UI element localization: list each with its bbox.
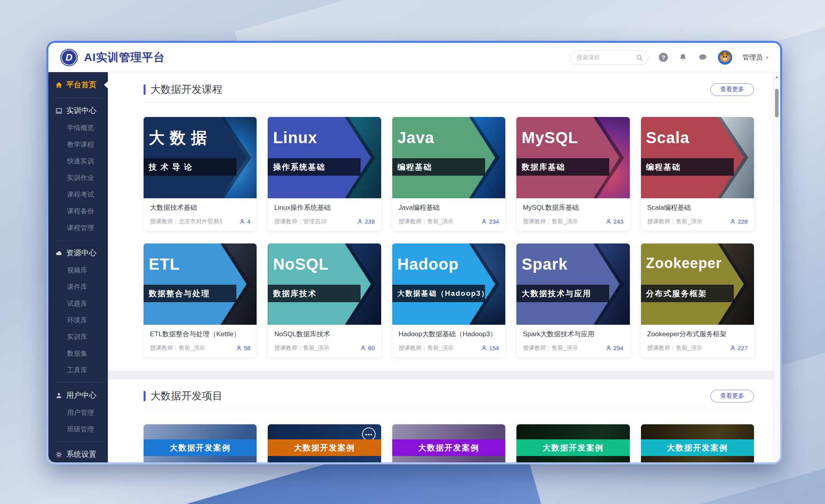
cover-title: ETL <box>149 256 180 272</box>
project-cover: ••• 大数据开发案例 <box>268 424 381 462</box>
course-card[interactable]: Hadoop 大数据基础（Hadoop3） Hadoop大数据基础（Hadoop… <box>392 243 505 357</box>
cover-subtitle: 编程基础 <box>646 162 681 172</box>
project-card[interactable]: 大数据开发案例 <box>144 424 257 462</box>
course-teacher: 授课教师：北京市对外贸易学校教... <box>150 218 222 225</box>
sidebar-item-system-settings[interactable]: 系统设置 <box>48 446 108 462</box>
sidebar-item-video-library[interactable]: 视频库 <box>48 262 108 278</box>
sidebar-group-resource-center[interactable]: 资源中心 <box>48 244 108 262</box>
course-student-count: 227 <box>730 345 748 351</box>
cover-subtitle-band: 大数据技术与应用 <box>516 285 609 302</box>
project-card[interactable]: 大数据开发案例 <box>641 424 754 462</box>
cover-title: Hadoop <box>397 256 459 272</box>
project-banner: 大数据开发案例 <box>144 439 257 456</box>
sidebar-item-class-management[interactable]: 班级管理 <box>48 421 108 437</box>
course-student-count: 60 <box>360 345 375 351</box>
sidebar-item-home[interactable]: 平台首页 <box>48 76 108 94</box>
course-teacher: 授课教师：售前_演示 <box>274 344 329 352</box>
sidebar-item-course-management[interactable]: 课程管理 <box>48 219 108 236</box>
section-title-text: 大数据开发项目 <box>150 389 223 403</box>
sidebar-item-user-management[interactable]: 用户管理 <box>48 404 108 421</box>
sidebar-group-training-center[interactable]: 实训中心 <box>48 102 108 119</box>
project-cover: 大数据开发案例 <box>392 424 505 462</box>
sidebar-item-courseware-library[interactable]: 课件库 <box>48 278 108 295</box>
sidebar-item-learning-overview[interactable]: 学情概览 <box>48 119 108 136</box>
active-item-notch <box>104 81 108 88</box>
help-icon[interactable]: ? <box>659 53 668 62</box>
project-card[interactable]: 大数据开发案例 <box>516 424 629 462</box>
cover-subtitle: 技 术 导 论 <box>149 162 193 172</box>
sidebar-item-course-backup[interactable]: 课程备份 <box>48 203 108 219</box>
person-icon <box>481 345 487 351</box>
project-banner: 大数据开发案例 <box>641 439 754 456</box>
view-more-button[interactable]: 查看更多 <box>710 83 754 96</box>
course-title: MySQL数据库基础 <box>523 203 623 212</box>
person-icon <box>236 345 242 351</box>
course-card[interactable]: MySQL 数据库基础 MySQL数据库基础 授课教师：售前_演示 243 <box>516 117 629 231</box>
course-card[interactable]: Linux 操作系统基础 Linux操作系统基础 授课教师：管理员10 239 <box>268 117 381 231</box>
project-cover: 大数据开发案例 <box>516 424 629 462</box>
app-header: D AI实训管理平台 ? 管理员 ▾ <box>48 43 780 72</box>
cover-subtitle-band: 编程基础 <box>392 158 485 176</box>
scrollbar-thumb[interactable] <box>775 89 779 117</box>
sidebar-group-user-center[interactable]: 用户中心 <box>48 387 108 404</box>
course-card[interactable]: 大 数 据 技 术 导 论 大数据技术基础 授课教师：北京市对外贸易学校教...… <box>144 117 257 231</box>
cover-subtitle: 数据库基础 <box>522 162 565 172</box>
view-more-button[interactable]: 查看更多 <box>710 390 754 402</box>
section-title: 大数据开发项目 <box>144 389 223 403</box>
sidebar-divider <box>54 441 102 442</box>
user-icon <box>55 391 63 399</box>
sidebar-item-tool-library[interactable]: 工具库 <box>48 362 108 378</box>
project-cover: 大数据开发案例 <box>641 424 754 462</box>
project-banner-label: 大数据开发案例 <box>418 443 479 453</box>
sidebar-item-training-homework[interactable]: 实训作业 <box>48 169 108 186</box>
app-window: D AI实训管理平台 ? 管理员 ▾ <box>48 43 780 462</box>
course-title: ETL数据整合与处理（Kettle） <box>150 330 250 339</box>
user-avatar[interactable] <box>718 50 732 65</box>
search-input[interactable] <box>576 54 633 61</box>
sidebar-item-course-exam[interactable]: 课程考试 <box>48 186 108 203</box>
notifications-bell-icon[interactable] <box>678 53 688 62</box>
sidebar: 平台首页 实训中心 学情概览 教学课程 快速实训 实训作业 课程考试 课程备份 … <box>48 72 108 462</box>
course-title: Spark大数据技术与应用 <box>523 330 623 339</box>
person-icon <box>481 218 487 224</box>
project-card[interactable]: 大数据开发案例 <box>392 424 505 462</box>
course-card[interactable]: Zookeeper 分布式服务框架 Zookeeper分布式服务框架 授课教师：… <box>641 243 754 357</box>
home-icon <box>55 81 63 89</box>
scroll-up-arrow[interactable]: ▲ <box>773 75 780 79</box>
person-icon <box>360 345 366 351</box>
person-icon <box>357 218 363 224</box>
course-card[interactable]: Scala 编程基础 Scala编程基础 授课教师：售前_演示 228 <box>641 117 754 231</box>
sidebar-item-question-library[interactable]: 试题库 <box>48 295 108 312</box>
section-divider <box>144 409 754 409</box>
main-content: 大数据开发课程 查看更多 大 数 据 技 术 导 论 <box>108 72 780 462</box>
scrollbar[interactable]: ▲ <box>773 72 780 462</box>
sidebar-item-training-library[interactable]: 实训库 <box>48 328 108 345</box>
search-icon[interactable] <box>636 54 643 61</box>
sidebar-item-environment-library[interactable]: 环境库 <box>48 312 108 328</box>
search-box[interactable] <box>570 50 648 65</box>
project-banner-label: 大数据开发案例 <box>170 443 231 453</box>
messages-chat-icon[interactable] <box>698 53 708 62</box>
course-card[interactable]: Java 编程基础 Java编程基础 授课教师：售前_演示 234 <box>392 117 505 231</box>
projects-section-header: 大数据开发项目 查看更多 <box>144 379 754 403</box>
project-banner: 大数据开发案例 <box>392 439 505 456</box>
sidebar-item-teaching-courses[interactable]: 教学课程 <box>48 136 108 153</box>
course-cover: NoSQL 数据库技术 <box>268 243 381 325</box>
sidebar-item-quick-training[interactable]: 快速实训 <box>48 153 108 169</box>
project-card[interactable]: ••• 大数据开发案例 <box>268 424 381 462</box>
sidebar-group-label: 用户中心 <box>66 390 96 401</box>
cover-subtitle-band: 大数据基础（Hadoop3） <box>392 285 485 302</box>
course-card[interactable]: Spark 大数据技术与应用 Spark大数据技术与应用 授课教师：售前_演示 … <box>516 243 629 357</box>
course-card[interactable]: ETL 数据整合与处理 ETL数据整合与处理（Kettle） 授课教师：售前_演… <box>144 243 257 357</box>
cover-title: Linux <box>273 130 317 146</box>
cover-subtitle: 分布式服务框架 <box>646 288 707 299</box>
monitor-icon <box>55 107 63 115</box>
gear-icon <box>55 450 63 458</box>
course-title: Java编程基础 <box>399 203 499 212</box>
sidebar-item-dataset[interactable]: 数据集 <box>48 345 108 362</box>
course-card[interactable]: NoSQL 数据库技术 NoSQL数据库技术 授课教师：售前_演示 60 <box>268 243 381 357</box>
user-menu[interactable]: 管理员 ▾ <box>742 53 768 62</box>
cover-subtitle-band: 数据库技术 <box>268 285 361 302</box>
more-options-icon: ••• <box>362 427 376 441</box>
course-cover: Scala 编程基础 <box>641 117 754 198</box>
